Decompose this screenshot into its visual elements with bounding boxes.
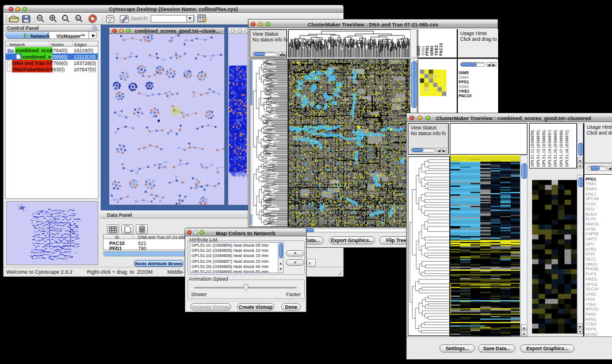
svg-text:1:1: 1:1 [76,17,81,20]
